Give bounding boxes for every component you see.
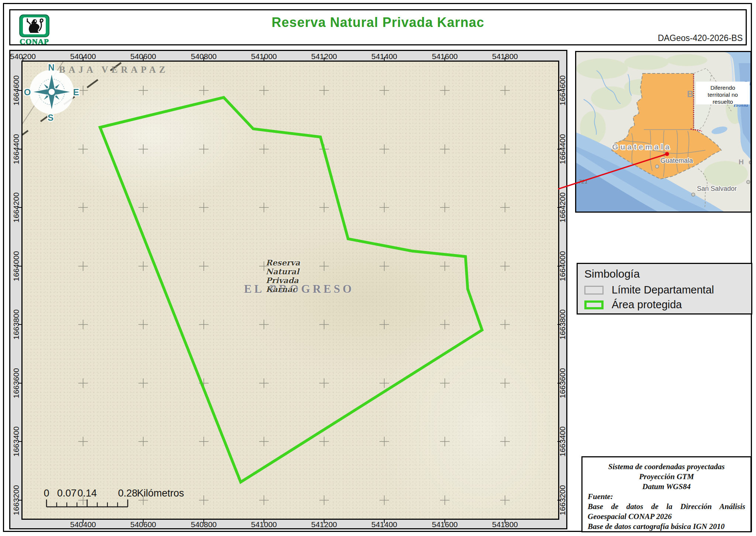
grid-tick	[18, 383, 21, 384]
compass-north-label: N	[48, 62, 54, 72]
grid-tick	[557, 324, 561, 325]
map-frame: N S E O 00.070.140.28Kilómetros BAJA VER…	[9, 50, 567, 529]
grid-tick	[18, 500, 21, 501]
legend: Simbología Límite DepartamentalÁrea prot…	[577, 263, 752, 315]
legend-item: Área protegida	[584, 299, 745, 311]
svg-text:Diferendo: Diferendo	[710, 85, 735, 91]
conap-logo-text: CONAP	[14, 37, 55, 47]
grid-tick	[18, 324, 21, 325]
projection-info-box: Sistema de coordenadas proyectadasProyec…	[581, 456, 752, 532]
legend-item: Límite Departamental	[584, 284, 745, 296]
compass-east-label: E	[73, 87, 79, 97]
inset-city-dot	[692, 193, 695, 196]
grid-tick	[557, 90, 561, 91]
source-label: Fuente:	[588, 492, 745, 502]
document-id: DAGeos-420-2026-BS	[658, 33, 743, 43]
inset-honduras-label: H o	[739, 158, 750, 166]
grid-tick	[18, 207, 21, 208]
grid-tick	[557, 207, 561, 208]
grid-tick	[557, 383, 561, 384]
compass-south-label: S	[48, 113, 54, 123]
grid-tick	[83, 57, 83, 61]
source-line: Base de datos de la Dirección Análisis G…	[588, 502, 745, 522]
scale-bar-label: 0	[44, 488, 49, 499]
map-title: Reserva Natural Privada Karnac	[10, 15, 746, 30]
inset-country-label: Guatemala	[612, 142, 671, 151]
grid-tick	[557, 500, 561, 501]
scale-bar-label: 0.28	[118, 488, 138, 499]
map-canvas: N S E O 00.070.140.28Kilómetros BAJA VER…	[21, 61, 559, 520]
grid-tick	[324, 57, 324, 61]
inset-locator-map: B Gu Hond Diferendoterritorial noresuelt…	[575, 51, 752, 213]
projection-info-line: Sistema de coordenadas proyectadas	[588, 462, 745, 472]
grid-tick	[264, 57, 264, 61]
legend-title: Simbología	[584, 268, 745, 280]
grid-tick	[203, 57, 204, 61]
compass-west-label: O	[24, 87, 31, 97]
grid-tick	[384, 520, 385, 523]
grid-tick	[557, 149, 561, 150]
header: CONAP Reserva Natural Privada Karnac DAG…	[9, 9, 747, 45]
department-label: BAJA VERAPAZ	[59, 65, 169, 75]
scale-bar-unit: Kilómetros	[137, 488, 184, 499]
scale-bar: 00.070.140.28Kilómetros	[44, 488, 184, 507]
grid-tick	[203, 520, 204, 523]
inset-map-vector: B Gu Hond Diferendoterritorial noresuelt…	[576, 52, 750, 212]
svg-text:territorial no: territorial no	[708, 92, 738, 98]
inset-city-label: San Salvador	[697, 185, 737, 192]
grid-tick	[557, 441, 561, 442]
scale-bar-label: 0.14	[78, 488, 97, 499]
grid-tick	[18, 266, 21, 267]
grid-tick	[384, 57, 385, 61]
grid-tick	[505, 520, 505, 523]
projection-info-line: Proyección GTM	[588, 472, 745, 482]
inset-belize-label: B	[687, 89, 693, 99]
reserve-name-label: ReservaNaturalPrivadaKarnac	[266, 258, 300, 294]
svg-text:resuelto: resuelto	[712, 99, 733, 105]
grid-tick	[444, 57, 445, 61]
legend-swatch	[584, 300, 604, 309]
inset-capital-dot	[656, 165, 659, 168]
projection-info-line: Datum WGS84	[588, 482, 745, 492]
grid-tick	[143, 520, 144, 523]
source-line: Base de datos cartografía básica IGN 201…	[588, 522, 745, 532]
grid-tick	[18, 149, 21, 150]
scale-bar-label: 0.07	[57, 488, 77, 499]
grid-tick	[264, 520, 264, 523]
grid-tick	[505, 57, 505, 61]
legend-swatch	[584, 286, 604, 295]
legend-item-label: Límite Departamental	[612, 284, 714, 296]
grid-tick	[18, 441, 21, 442]
inset-capital-label: Guatemala	[660, 157, 693, 164]
grid-tick	[143, 57, 144, 61]
grid-tick	[324, 520, 324, 523]
grid-tick	[444, 520, 445, 523]
grid-tick	[18, 90, 21, 91]
page: { "header": { "logo_text": "CONAP", "tit…	[0, 0, 756, 536]
inset-road-label: 721	[578, 178, 588, 185]
grid-tick	[557, 266, 561, 267]
legend-item-label: Área protegida	[612, 299, 682, 311]
grid-tick	[23, 57, 23, 61]
grid-tick	[83, 520, 83, 523]
